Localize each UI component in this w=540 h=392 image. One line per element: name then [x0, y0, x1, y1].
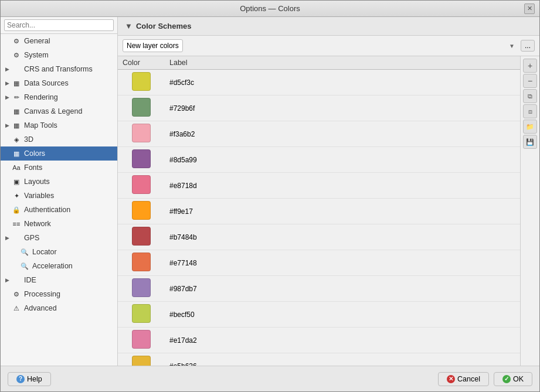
label-cell: #987db7 — [165, 276, 520, 302]
color-swatch[interactable] — [132, 201, 151, 220]
ide-icon — [12, 275, 21, 285]
sidebar-item-label: Locator — [32, 248, 57, 256]
sidebar-item-data-sources[interactable]: ▶▦Data Sources — [1, 76, 117, 90]
help-button[interactable]: ? Help — [8, 372, 51, 386]
ok-icon: ✓ — [502, 375, 511, 383]
colors-icon: ▦ — [12, 149, 21, 158]
rendering-icon: ✏ — [12, 93, 21, 102]
table-row[interactable]: #becf50 — [118, 302, 520, 328]
map-tools-icon: ▦ — [12, 121, 21, 130]
color-cell — [118, 147, 165, 173]
sidebar-item-label: Layouts — [24, 178, 50, 186]
table-row[interactable]: #e8718d — [118, 173, 520, 199]
sidebar-item-advanced[interactable]: ⚠Advanced — [1, 301, 117, 315]
save-button[interactable]: 💾 — [523, 135, 537, 149]
ok-button[interactable]: ✓ OK — [494, 372, 532, 386]
table-row[interactable]: #b7484b — [118, 224, 520, 250]
sidebar-item-label: Processing — [24, 290, 60, 298]
table-row[interactable]: #8d5a99 — [118, 147, 520, 173]
chevron-icon: ▶ — [5, 122, 9, 128]
dots-button[interactable]: ... — [521, 40, 535, 52]
table-row[interactable]: #729b6f — [118, 96, 520, 121]
color-swatch[interactable] — [132, 253, 151, 271]
chevron-icon: ▶ — [5, 235, 9, 241]
help-icon: ? — [16, 375, 25, 383]
table-row[interactable]: #e17da2 — [118, 328, 520, 353]
sidebar-item-layouts[interactable]: ▣Layouts — [1, 175, 117, 189]
sidebar-item-colors[interactable]: ▦Colors — [1, 146, 117, 161]
remove-color-button[interactable]: − — [523, 74, 537, 88]
color-swatch[interactable] — [132, 304, 151, 323]
sidebar-item-label: General — [24, 37, 50, 45]
layouts-icon: ▣ — [12, 177, 21, 186]
chevron-icon: ▶ — [5, 66, 9, 72]
table-row[interactable]: #d5cf3c — [118, 70, 520, 96]
3d-icon: ◈ — [12, 135, 21, 144]
sidebar-item-label: Authentication — [24, 206, 70, 214]
advanced-icon: ⚠ — [12, 304, 21, 313]
sidebar-item-canvas-legend[interactable]: ▦Canvas & Legend — [1, 104, 117, 118]
close-button[interactable]: ✕ — [524, 4, 535, 14]
chevron-icon: ▶ — [5, 80, 9, 86]
sidebar-item-locator[interactable]: 🔍Locator — [1, 245, 117, 259]
help-label: Help — [27, 375, 42, 383]
table-row[interactable]: #987db7 — [118, 276, 520, 302]
footer-bar: ? Help ✕ Cancel ✓ OK — [1, 366, 539, 391]
sidebar-item-ide[interactable]: ▶IDE — [1, 273, 117, 287]
search-input[interactable] — [4, 19, 114, 31]
sidebar-item-crs-transforms[interactable]: ▶CRS and Transforms — [1, 62, 117, 76]
paste-button[interactable]: ⧈ — [523, 104, 537, 118]
color-cell — [118, 70, 165, 96]
color-swatch[interactable] — [132, 175, 151, 194]
sidebar-item-label: Variables — [24, 192, 54, 200]
chevron-icon: ▶ — [5, 94, 9, 100]
color-swatch[interactable] — [132, 72, 151, 91]
copy-button[interactable]: ⧉ — [523, 89, 537, 103]
sidebar-item-3d[interactable]: ◈3D — [1, 132, 117, 146]
sidebar-item-label: Fonts — [24, 163, 42, 172]
sidebar-item-system[interactable]: ⚙System — [1, 48, 117, 62]
table-row[interactable]: #f3a6b2 — [118, 121, 520, 147]
acceleration-icon: 🔍 — [20, 261, 29, 271]
color-swatch[interactable] — [132, 149, 151, 168]
label-cell: #ff9e17 — [165, 199, 520, 224]
sidebar-item-general[interactable]: ⚙General — [1, 34, 117, 48]
sidebar-item-map-tools[interactable]: ▶▦Map Tools — [1, 118, 117, 132]
add-color-button[interactable]: + — [523, 59, 537, 73]
sidebar-item-authentication[interactable]: 🔒Authentication — [1, 203, 117, 217]
scheme-dropdown[interactable]: New layer colors — [123, 39, 183, 52]
sidebar-item-processing[interactable]: ⚙Processing — [1, 287, 117, 301]
label-cell: #d5cf3c — [165, 70, 520, 96]
canvas-legend-icon: ▦ — [12, 107, 21, 116]
sidebar-item-label: Advanced — [24, 304, 57, 312]
sidebar-item-label: Colors — [24, 149, 45, 158]
sidebar-item-fonts[interactable]: AaFonts — [1, 161, 117, 175]
data-sources-icon: ▦ — [12, 79, 21, 88]
color-swatch[interactable] — [132, 330, 151, 349]
color-cell — [118, 353, 165, 366]
sidebar-item-rendering[interactable]: ▶✏Rendering — [1, 90, 117, 104]
section-arrow: ▼ — [125, 22, 133, 30]
table-row[interactable]: #ff9e17 — [118, 199, 520, 224]
color-swatch[interactable] — [132, 356, 151, 366]
cancel-button[interactable]: ✕ Cancel — [438, 372, 489, 386]
scheme-dropdown-wrapper: New layer colors ▼ — [123, 39, 518, 52]
label-cell: #e8718d — [165, 173, 520, 199]
dropdown-arrow-icon: ▼ — [509, 43, 515, 49]
table-row[interactable]: #e77148 — [118, 250, 520, 276]
sidebar-item-gps[interactable]: ▶GPS — [1, 231, 117, 245]
color-swatch[interactable] — [132, 124, 151, 142]
color-swatch[interactable] — [132, 278, 151, 297]
sidebar-item-acceleration[interactable]: 🔍Acceleration — [1, 259, 117, 273]
general-icon: ⚙ — [12, 36, 21, 46]
color-cell — [118, 276, 165, 302]
color-cell — [118, 302, 165, 328]
color-table-wrapper[interactable]: Color Label #d5cf3c#729b6f#f3a6b2#8d5a99… — [118, 56, 520, 366]
table-row[interactable]: #e5b636 — [118, 353, 520, 366]
table-side-buttons: + − ⧉ ⧈ 📁 💾 — [520, 56, 539, 366]
open-button[interactable]: 📁 — [523, 120, 537, 134]
color-swatch[interactable] — [132, 227, 151, 246]
color-swatch[interactable] — [132, 98, 151, 117]
sidebar-item-network[interactable]: ≡≡Network — [1, 217, 117, 231]
sidebar-item-variables[interactable]: ✦Variables — [1, 189, 117, 203]
